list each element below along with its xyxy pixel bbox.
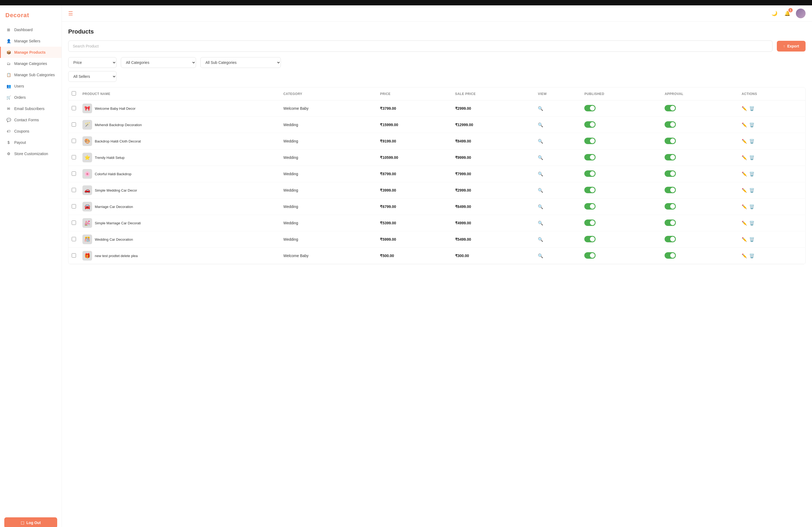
row-checkbox-0[interactable] [72, 106, 76, 110]
row-checkbox-1[interactable] [72, 122, 76, 127]
sub-category-filter[interactable]: All Sub Categories [200, 57, 281, 68]
row-actions-9: ✏️ 🗑️ [738, 248, 805, 264]
edit-icon-4[interactable]: ✏️ [742, 171, 747, 177]
row-product-name-3: ⭐ Trendy Haldi Setup [79, 149, 280, 166]
row-product-name-4: 🌸 Colorful Haldi Backdrop [79, 166, 280, 182]
edit-icon-6[interactable]: ✏️ [742, 204, 747, 209]
theme-toggle-icon[interactable]: 🌙 [770, 9, 779, 18]
approval-toggle-6[interactable] [665, 203, 676, 210]
view-icon-4[interactable]: 🔍 [538, 172, 543, 176]
th-actions: ACTIONS [738, 88, 805, 100]
edit-icon-0[interactable]: ✏️ [742, 106, 747, 111]
products-table: PRODUCT NAME CATEGORY PRICE SALE PRICE V… [69, 88, 805, 264]
row-checkbox-4[interactable] [72, 171, 76, 176]
sidebar-item-manage-categories[interactable]: 🗂 Manage Categories [0, 58, 61, 69]
edit-icon-8[interactable]: ✏️ [742, 237, 747, 242]
logout-button[interactable]: ⬚ Log Out [4, 517, 57, 527]
row-checkbox-5[interactable] [72, 188, 76, 192]
view-icon-8[interactable]: 🔍 [538, 237, 543, 242]
delete-icon-2[interactable]: 🗑️ [749, 139, 755, 144]
row-category-7: Wedding [280, 215, 377, 231]
sidebar-item-users[interactable]: 👥 Users [0, 80, 61, 92]
approval-toggle-4[interactable] [665, 170, 676, 177]
delete-icon-5[interactable]: 🗑️ [749, 188, 755, 193]
export-button[interactable]: ↑ Export [777, 41, 806, 51]
published-toggle-8[interactable] [584, 236, 596, 242]
published-toggle-6[interactable] [584, 203, 596, 210]
row-product-name-2: 🎨 Backdrop Haldi Cloth Decorat [79, 133, 280, 149]
select-all-checkbox[interactable] [72, 91, 76, 95]
row-checkbox-2[interactable] [72, 139, 76, 143]
delete-icon-6[interactable]: 🗑️ [749, 204, 755, 209]
published-toggle-5[interactable] [584, 187, 596, 193]
approval-toggle-1[interactable] [665, 121, 676, 128]
delete-icon-4[interactable]: 🗑️ [749, 171, 755, 177]
row-checkbox-9[interactable] [72, 253, 76, 258]
delete-icon-7[interactable]: 🗑️ [749, 221, 755, 226]
hamburger-icon[interactable]: ☰ [68, 10, 73, 17]
view-icon-2[interactable]: 🔍 [538, 139, 543, 144]
sort-filter[interactable]: Price Name Date [68, 57, 117, 68]
view-icon-1[interactable]: 🔍 [538, 123, 543, 127]
row-checkbox-8[interactable] [72, 237, 76, 241]
published-toggle-1[interactable] [584, 121, 596, 128]
published-toggle-2[interactable] [584, 138, 596, 144]
avatar[interactable] [796, 9, 806, 18]
category-filter[interactable]: All Categories Wedding Welcome Baby [121, 57, 196, 68]
row-actions-7: ✏️ 🗑️ [738, 215, 805, 231]
view-icon-0[interactable]: 🔍 [538, 106, 543, 111]
sidebar-item-contact-forms[interactable]: 💬 Contact Forms [0, 114, 61, 125]
row-view-2: 🔍 [535, 133, 581, 149]
view-icon-9[interactable]: 🔍 [538, 254, 543, 258]
row-checkbox-3[interactable] [72, 155, 76, 160]
delete-icon-1[interactable]: 🗑️ [749, 122, 755, 127]
edit-icon-1[interactable]: ✏️ [742, 122, 747, 127]
sidebar-item-store-customization[interactable]: ⚙ Store Customization [0, 148, 61, 160]
row-checkbox-cell [69, 149, 79, 166]
delete-icon-8[interactable]: 🗑️ [749, 237, 755, 242]
edit-icon-2[interactable]: ✏️ [742, 139, 747, 144]
edit-icon-3[interactable]: ✏️ [742, 155, 747, 160]
view-icon-3[interactable]: 🔍 [538, 155, 543, 160]
edit-icon-5[interactable]: ✏️ [742, 188, 747, 193]
row-published-2 [581, 133, 661, 149]
approval-toggle-2[interactable] [665, 138, 676, 144]
sidebar-item-manage-sellers[interactable]: 👤 Manage Sellers [0, 35, 61, 47]
approval-toggle-5[interactable] [665, 187, 676, 193]
published-toggle-3[interactable] [584, 154, 596, 161]
sidebar-item-email-subscribers[interactable]: ✉ Email Subscribers [0, 103, 61, 114]
edit-icon-9[interactable]: ✏️ [742, 253, 747, 258]
published-toggle-7[interactable] [584, 220, 596, 226]
seller-filter[interactable]: All Sellers [68, 71, 117, 82]
view-icon-6[interactable]: 🔍 [538, 205, 543, 209]
delete-icon-3[interactable]: 🗑️ [749, 155, 755, 160]
delete-icon-9[interactable]: 🗑️ [749, 253, 755, 258]
published-toggle-9[interactable] [584, 252, 596, 259]
th-sale-price: SALE PRICE [452, 88, 535, 100]
row-product-name-6: 🚘 Marriage Car Decoration [79, 199, 280, 215]
sidebar-item-manage-products[interactable]: 📦 Manage Products [0, 47, 61, 58]
delete-icon-0[interactable]: 🗑️ [749, 106, 755, 111]
search-input[interactable] [68, 41, 772, 52]
row-checkbox-7[interactable] [72, 221, 76, 225]
approval-toggle-0[interactable] [665, 105, 676, 111]
approval-toggle-9[interactable] [665, 252, 676, 259]
sidebar-item-dashboard[interactable]: ⊞ Dashboard [0, 24, 61, 35]
row-checkbox-cell [69, 199, 79, 215]
nav-icon-email-subscribers: ✉ [6, 106, 11, 111]
published-toggle-4[interactable] [584, 170, 596, 177]
approval-toggle-7[interactable] [665, 220, 676, 226]
published-toggle-0[interactable] [584, 105, 596, 111]
view-icon-5[interactable]: 🔍 [538, 188, 543, 193]
sidebar-item-coupons[interactable]: 🏷 Coupons [0, 125, 61, 137]
sidebar-item-payout[interactable]: $ Payout [0, 137, 61, 148]
approval-toggle-8[interactable] [665, 236, 676, 242]
sidebar-item-orders[interactable]: 🛒 Orders [0, 92, 61, 103]
view-icon-7[interactable]: 🔍 [538, 221, 543, 225]
approval-toggle-3[interactable] [665, 154, 676, 161]
sidebar-item-manage-sub-categories[interactable]: 📋 Manage Sub Categories [0, 69, 61, 80]
row-price-9: ₹500.00 [377, 248, 452, 264]
product-thumb-1: 🪄 [83, 120, 92, 130]
edit-icon-7[interactable]: ✏️ [742, 221, 747, 226]
row-checkbox-6[interactable] [72, 204, 76, 209]
